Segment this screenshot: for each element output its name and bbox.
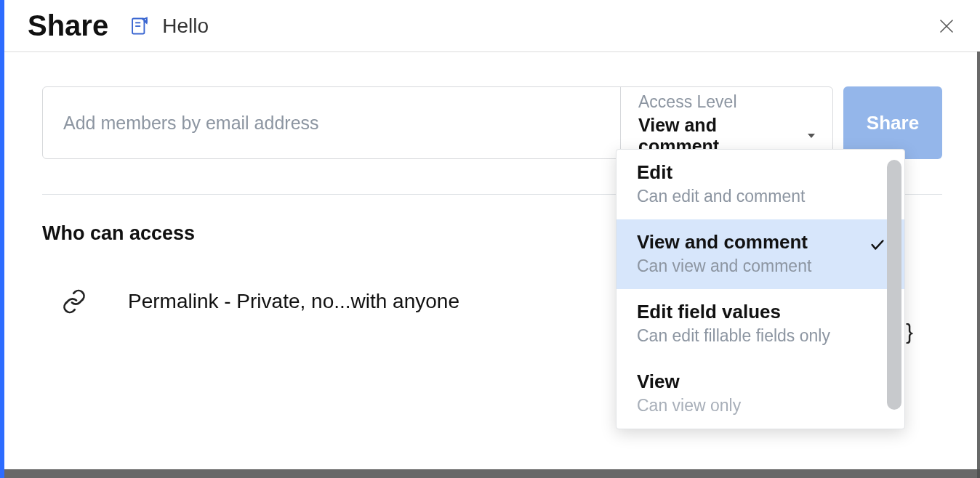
document-name: Hello — [162, 15, 209, 38]
bottom-border — [4, 469, 980, 478]
access-level-dropdown: Edit Can edit and comment View and comme… — [616, 149, 905, 429]
dialog-title: Share — [28, 9, 108, 42]
email-input[interactable] — [43, 87, 620, 158]
dropdown-item-view[interactable]: View Can view only — [616, 359, 904, 429]
document-icon — [129, 15, 150, 37]
dialog-header: Share Hello — [4, 0, 980, 52]
check-icon — [869, 237, 885, 253]
dropdown-item-desc: Can view and comment — [637, 256, 884, 276]
permalink-text: Permalink - Private, no...with anyone — [128, 290, 459, 313]
dropdown-scrollbar[interactable] — [887, 160, 901, 410]
dropdown-item-title: Edit — [637, 161, 884, 184]
close-button[interactable] — [936, 16, 957, 36]
dropdown-item-title: Edit field values — [637, 301, 884, 323]
brace-char: } — [906, 320, 913, 344]
link-icon — [61, 288, 87, 315]
dropdown-item-desc: Can edit fillable fields only — [637, 326, 884, 346]
share-input-row: Access Level View and comment Share — [42, 86, 942, 159]
share-button[interactable]: Share — [843, 86, 942, 159]
dropdown-item-desc: Can view only — [637, 396, 884, 416]
close-icon — [938, 17, 955, 35]
dropdown-item-title: View — [637, 370, 884, 393]
member-input-wrap: Access Level View and comment — [42, 86, 833, 159]
access-level-select[interactable]: Access Level View and comment — [620, 87, 832, 158]
dropdown-item-view-comment[interactable]: View and comment Can view and comment — [616, 219, 904, 289]
caret-down-icon — [808, 134, 815, 138]
dropdown-item-desc: Can edit and comment — [637, 187, 884, 206]
dropdown-item-edit-fields[interactable]: Edit field values Can edit fillable fiel… — [616, 289, 904, 359]
dropdown-item-title: View and comment — [637, 231, 884, 254]
right-border — [977, 0, 980, 478]
dropdown-item-edit[interactable]: Edit Can edit and comment — [616, 150, 904, 219]
access-level-label: Access Level — [638, 92, 818, 112]
